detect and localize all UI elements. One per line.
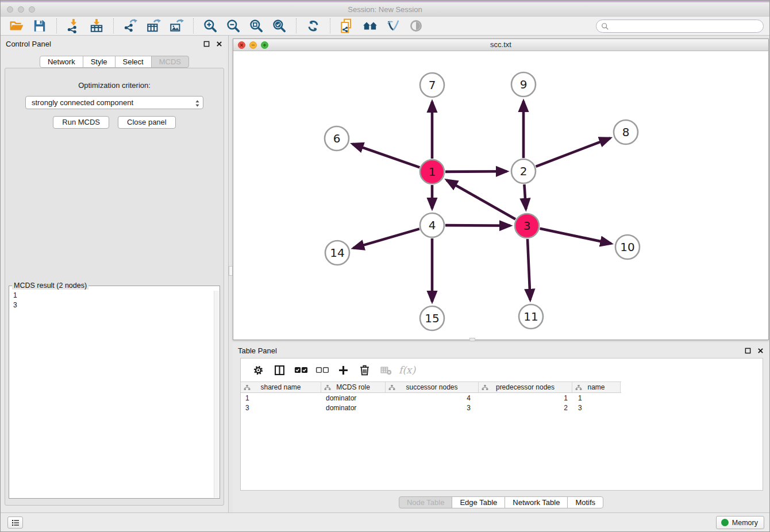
graph-edge-4-3[interactable] (445, 225, 510, 226)
graph-edge-4-14[interactable] (353, 229, 419, 248)
graph-node-6[interactable]: 6 (325, 126, 349, 151)
close-network-button[interactable] (238, 41, 245, 49)
create-column-button[interactable] (333, 361, 354, 379)
graph-edge-3-10[interactable] (540, 229, 611, 244)
graph-edge-2-8[interactable] (536, 138, 610, 166)
open-session-button[interactable] (8, 18, 25, 34)
column-header-mcds-role[interactable]: MCDS role (321, 382, 386, 392)
apply-visual-style-button[interactable] (384, 18, 402, 34)
table-cell[interactable]: 1 (572, 394, 621, 402)
delete-table-icon (380, 364, 392, 376)
float-panel-button[interactable] (203, 40, 210, 48)
graph-node-10[interactable]: 10 (615, 235, 640, 259)
toggle-columns-button[interactable] (269, 361, 290, 379)
refresh-view-button[interactable] (305, 18, 322, 34)
close-panel-action-button[interactable]: Close panel (118, 116, 176, 129)
svg-text:8: 8 (622, 125, 630, 139)
column-header-successor-nodes[interactable]: successor nodes (386, 382, 479, 392)
table-tab-network-table[interactable]: Network Table (505, 496, 568, 508)
table-cell[interactable]: 3 (572, 404, 621, 412)
table-tab-edge-table[interactable]: Edge Table (452, 496, 505, 508)
zoom-fit-button[interactable] (248, 18, 265, 34)
tab-network[interactable]: Network (40, 56, 83, 68)
import-network-button[interactable] (65, 18, 82, 34)
unselect-all-columns-button[interactable] (311, 361, 333, 379)
maximize-network-button[interactable] (261, 41, 268, 49)
graph-node-3[interactable]: 3 (515, 214, 539, 238)
close-panel-button[interactable] (215, 40, 223, 48)
export-table-button[interactable] (145, 18, 162, 34)
tab-select[interactable]: Select (115, 56, 152, 68)
memory-button[interactable]: Memory (716, 516, 764, 529)
export-image-button[interactable] (168, 18, 185, 34)
graph-node-15[interactable]: 15 (420, 306, 444, 330)
export-network-button[interactable] (122, 18, 139, 34)
graph-node-7[interactable]: 7 (420, 73, 444, 97)
table-tab-motifs[interactable]: Motifs (567, 496, 603, 508)
search-input[interactable] (612, 22, 759, 30)
table-cell[interactable]: 3 (241, 404, 321, 412)
table-cell[interactable]: 1 (241, 394, 321, 402)
graph-edge-3-11[interactable] (528, 239, 530, 300)
graph-edge-1-2[interactable] (445, 171, 507, 172)
float-table-panel-button[interactable] (744, 347, 752, 354)
titlebar: Session: New Session (1, 2, 769, 17)
graph-node-2[interactable]: 2 (511, 159, 536, 183)
select-all-columns-button[interactable] (290, 361, 311, 379)
memory-status-icon (721, 519, 729, 526)
zoom-out-button[interactable] (225, 18, 242, 34)
table-tab-node-table[interactable]: Node Table (399, 496, 453, 508)
graph-node-8[interactable]: 8 (614, 120, 638, 144)
new-network-from-selection-button[interactable] (338, 18, 356, 34)
mcds-tab-panel: Optimization criterion: strongly connect… (5, 68, 224, 506)
minimize-window-button[interactable] (18, 6, 24, 13)
vertical-splitter-handle[interactable] (229, 266, 233, 276)
graph-node-11[interactable]: 11 (519, 304, 543, 329)
optimization-criterion-select[interactable]: strongly connected component (25, 96, 203, 109)
import-network-icon (66, 18, 81, 33)
table-cell[interactable]: 2 (479, 404, 572, 412)
toolbar-separator (56, 18, 57, 33)
table-cell[interactable]: 1 (479, 394, 572, 402)
minimize-network-button[interactable] (249, 41, 257, 49)
table-cell[interactable]: 3 (386, 404, 479, 412)
graph-node-14[interactable]: 14 (325, 241, 349, 265)
result-scrollbar[interactable] (214, 291, 219, 498)
run-mcds-button[interactable]: Run MCDS (53, 116, 109, 129)
first-neighbors-button[interactable] (361, 18, 379, 34)
tab-style[interactable]: Style (83, 56, 116, 68)
import-table-button[interactable] (88, 18, 105, 34)
table-cell[interactable]: dominator (321, 404, 386, 412)
network-window-titlebar[interactable]: scc.txt (233, 39, 768, 51)
network-canvas[interactable]: 7968124314101511 (233, 51, 768, 340)
table-cell[interactable]: dominator (321, 394, 386, 402)
graph-node-9[interactable]: 9 (511, 72, 536, 97)
tab-mcds[interactable]: MCDS (151, 56, 189, 68)
column-header-predecessor-nodes[interactable]: predecessor nodes (479, 382, 572, 392)
export-image-icon (169, 18, 184, 33)
zoom-selected-button[interactable] (271, 18, 288, 34)
table-row[interactable]: 1dominator411 (241, 393, 763, 403)
zoom-window-button[interactable] (29, 6, 35, 13)
graph-node-4[interactable]: 4 (420, 213, 444, 237)
horizontal-splitter-handle[interactable] (469, 338, 475, 341)
zoom-in-button[interactable] (202, 18, 219, 34)
mcds-result-text[interactable]: 1 3 (10, 291, 213, 497)
graph-edge-1-6[interactable] (352, 144, 419, 168)
delete-columns-button[interactable] (354, 361, 375, 379)
close-table-panel-button[interactable] (757, 347, 764, 354)
graph-edge-3-1[interactable] (446, 180, 515, 219)
close-window-button[interactable] (7, 6, 13, 13)
graph-edge-2-3[interactable] (524, 184, 526, 209)
table-settings-button[interactable] (248, 361, 269, 379)
svg-text:3: 3 (523, 219, 531, 233)
birds-eye-view-button[interactable] (407, 18, 425, 34)
table-row[interactable]: 3dominator323 (241, 403, 763, 413)
graph-node-1[interactable]: 1 (420, 160, 444, 184)
column-header-shared-name[interactable]: shared name (241, 382, 321, 392)
save-session-button[interactable] (31, 18, 48, 34)
table-cell[interactable]: 4 (386, 394, 479, 402)
save-session-icon (32, 18, 47, 33)
task-history-button[interactable] (7, 516, 23, 529)
column-header-name[interactable]: name (572, 382, 621, 392)
